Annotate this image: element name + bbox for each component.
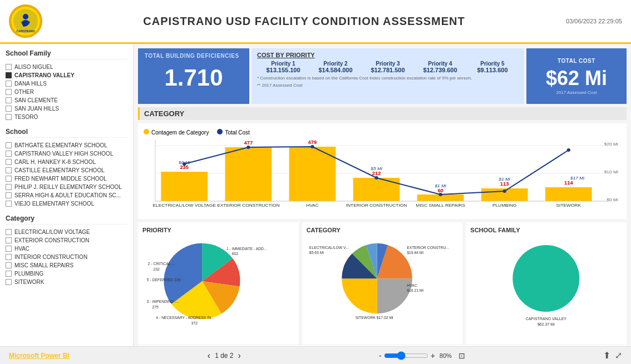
legend-cost: Total Cost <box>217 129 249 136</box>
priority-col-3: Priority 3 $12.781.500 <box>362 61 414 73</box>
footer-navigation: ‹ 1 de 2 › <box>208 351 241 361</box>
svg-rect-14 <box>225 147 272 201</box>
total-deficiencies-value: 1.710 <box>145 64 243 91</box>
filter-item[interactable]: CAPISTRANO VALLEY HIGH SCHOOL <box>6 149 127 158</box>
powerbi-link[interactable]: Microsoft Power BI <box>9 352 70 360</box>
priority-col-4: Priority 4 $12.739.600 <box>414 61 466 73</box>
filter-item[interactable]: CASTILLE ELEMENTARY SCHOOL <box>6 166 127 174</box>
filter-item[interactable]: INTERIOR CONSTRUCTION <box>6 253 127 261</box>
school-family-title: SCHOOL FAMILY <box>470 227 622 233</box>
filter-item[interactable]: TESORO <box>6 113 127 121</box>
filter-item[interactable]: HVAC <box>6 245 127 253</box>
total-cost-label: TOTAL COST <box>558 58 595 64</box>
category-filter: Category ELECTRICAL/LOW VOLTAGE EXTERIOR… <box>6 215 127 286</box>
filter-item[interactable]: SAN JUAN HILLS <box>6 104 127 113</box>
category-section-header: CATEGORY <box>138 107 627 120</box>
svg-text:CAPISTRANO VALLEY: CAPISTRANO VALLEY <box>526 317 567 321</box>
svg-text:HVAC: HVAC <box>407 283 417 287</box>
category-bar-chart: Contagem de Category Total Cost $20 Mi $… <box>138 123 627 219</box>
filter-item[interactable]: CARL H. HANKEY K-8 SCHOOL <box>6 158 127 166</box>
priority-pie-svg: 1 - IMMEDIATE - ADD... 602 2 - CRITICAL … <box>142 237 294 326</box>
main-content: TOTAL BUILDING DEFICIENCIES 1.710 COST B… <box>134 44 631 346</box>
filter-item[interactable]: SERRA HIGH & ADULT EDUCATION SC... <box>6 191 127 200</box>
svg-text:$5 Mi: $5 Mi <box>370 166 382 171</box>
expand-icon[interactable]: ⤢ <box>615 350 622 361</box>
priority-pie-chart: PRIORITY <box>138 222 299 345</box>
priority-note1: * Construction escalation is based on th… <box>257 76 519 81</box>
svg-text:275: 275 <box>152 305 159 309</box>
svg-text:602: 602 <box>232 252 239 256</box>
svg-text:2 - CRITICAL -...: 2 - CRITICAL -... <box>148 262 176 266</box>
priority-col-2: Priority 2 $14.584.000 <box>309 61 362 73</box>
sidebar: School Family ALISO NIGUEL CAPISTRANO VA… <box>0 44 134 346</box>
svg-point-63 <box>513 245 580 312</box>
footer-actions: ⬆ ⤢ <box>603 350 622 361</box>
filter-item[interactable]: SITEWORK <box>6 278 127 286</box>
total-cost-value: $62 Mi <box>546 67 607 90</box>
filter-item[interactable]: MISC SMALL REPAIRS <box>6 261 127 270</box>
category-pie-svg: ELECTRICAL/LOW V... $5.63 Mi EXTERIOR CO… <box>307 237 459 326</box>
svg-rect-34 <box>545 187 592 201</box>
filter-item[interactable]: OTHER <box>6 88 127 96</box>
svg-text:60: 60 <box>437 188 443 193</box>
filter-item[interactable]: FRED NEWHART MIDDLE SCHOOL <box>6 174 127 183</box>
svg-text:232: 232 <box>153 267 160 271</box>
priority-col-1: Priority 1 $13.155.100 <box>257 61 309 73</box>
category-pie-title: CATEGORY <box>307 227 459 233</box>
zoom-plus-button[interactable]: + <box>431 351 435 360</box>
zoom-controls: - + 80% ⊡ <box>379 351 465 360</box>
filter-item[interactable]: EXTERIOR CONSTRUCTION <box>6 236 127 245</box>
total-cost-sub: 2017 Assessed Cost <box>556 90 597 95</box>
filter-item[interactable]: SAN CLEMENTE <box>6 96 127 104</box>
filter-item[interactable]: PHILIP J. REILLY ELEMENTARY SCHOOL <box>6 183 127 191</box>
powerbi-footer: Microsoft Power BI ‹ 1 de 2 › - + 80% ⊡ … <box>0 346 631 364</box>
cost-by-priority-title: COST BY PRIORITY <box>257 52 519 58</box>
zoom-minus-button[interactable]: - <box>379 351 382 360</box>
svg-point-40 <box>310 145 314 148</box>
svg-point-38 <box>183 162 186 166</box>
cost-by-priority-card: COST BY PRIORITY Priority 1 $13.155.100 … <box>252 48 524 104</box>
filter-item[interactable]: ELECTRICAL/LOW VOLTAGE <box>6 228 127 236</box>
filter-item[interactable]: BATHGATE ELEMENTARY SCHOOL <box>6 141 127 149</box>
priority-note2: ** 2017 Assessed Cost <box>257 83 519 88</box>
svg-text:SITEWORK $17.02 Mi: SITEWORK $17.02 Mi <box>355 316 393 320</box>
priority-chart-title: PRIORITY <box>142 227 294 233</box>
nav-prev-button[interactable]: ‹ <box>208 351 210 361</box>
filter-item[interactable]: PLUMBING <box>6 270 127 278</box>
bottom-charts-row: PRIORITY <box>138 222 627 345</box>
svg-text:CAPISTRANO: CAPISTRANO <box>16 29 34 33</box>
zoom-slider[interactable] <box>384 351 428 360</box>
svg-text:4 - NECESSARY - ADDRESS IN...: 4 - NECESSARY - ADDRESS IN... <box>156 316 214 320</box>
priority-columns: Priority 1 $13.155.100 Priority 2 $14.58… <box>257 61 519 73</box>
zoom-value: 80% <box>440 352 452 359</box>
filter-item[interactable]: CAPISTRANO VALLEY <box>6 71 127 79</box>
svg-text:EXTERIOR CONSTRU...: EXTERIOR CONSTRU... <box>407 246 449 250</box>
share-icon[interactable]: ⬆ <box>603 350 610 361</box>
svg-point-42 <box>438 193 442 196</box>
total-deficiencies-label: TOTAL BUILDING DEFICIENCIES <box>145 53 243 59</box>
filter-item[interactable]: DANA HILLS <box>6 79 127 88</box>
svg-text:PLUMBING: PLUMBING <box>492 203 517 208</box>
svg-text:$16.21 Mi: $16.21 Mi <box>407 288 423 292</box>
svg-text:ELECTRICAL/LOW VOLTAGE: ELECTRICAL/LOW VOLTAGE <box>153 203 216 208</box>
svg-text:3 - IMPENDING -...: 3 - IMPENDING -... <box>147 300 179 303</box>
svg-text:372: 372 <box>191 321 198 325</box>
svg-rect-22 <box>353 178 400 201</box>
svg-text:$1 Mi: $1 Mi <box>434 183 446 188</box>
svg-text:HVAC: HVAC <box>306 203 319 208</box>
svg-text:479: 479 <box>308 140 317 145</box>
svg-text:$5.63 Mi: $5.63 Mi <box>309 251 324 255</box>
svg-text:212: 212 <box>372 171 381 176</box>
legend-count: Contagem de Category <box>144 129 209 136</box>
total-deficiencies-card: TOTAL BUILDING DEFICIENCIES 1.710 <box>138 48 249 104</box>
nav-next-button[interactable]: › <box>238 351 241 361</box>
svg-text:EXTERIOR CONSTRUCTION: EXTERIOR CONSTRUCTION <box>217 203 279 208</box>
fit-page-icon[interactable]: ⊡ <box>459 351 465 360</box>
svg-point-41 <box>374 176 378 179</box>
filter-item[interactable]: VIEJO ELEMENTARY SCHOOL <box>6 200 127 208</box>
school-family-svg: CAPISTRANO VALLEY $62.37 Mi <box>470 237 622 326</box>
page-title: CAPISTRANO USD FACILITY CONDITION ASSESS… <box>42 15 566 28</box>
filter-item[interactable]: ALISO NIGUEL <box>6 63 127 71</box>
svg-text:$19.84 Mi: $19.84 Mi <box>407 251 423 255</box>
category-pie-chart: CATEGORY <box>302 222 463 345</box>
